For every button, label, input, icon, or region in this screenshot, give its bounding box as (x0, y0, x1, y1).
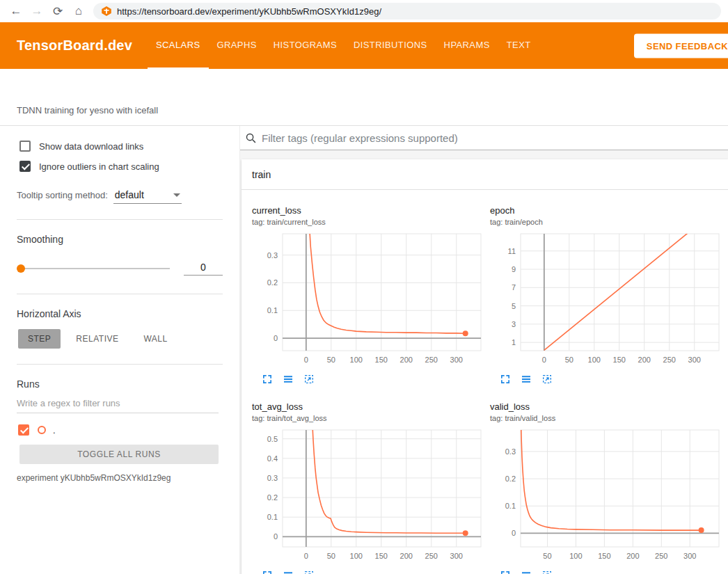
line-chart[interactable]: 0501001502002503001357911 (490, 230, 723, 369)
svg-text:7: 7 (512, 283, 516, 292)
svg-text:0: 0 (274, 334, 278, 342)
address-bar[interactable]: https://tensorboard.dev/experiment/yKUbh… (93, 3, 721, 19)
list-icon[interactable] (283, 374, 294, 385)
tab-distributions[interactable]: DISTRIBUTIONS (345, 22, 436, 69)
tab-graphs[interactable]: GRAPHS (209, 22, 265, 69)
svg-text:9: 9 (512, 265, 516, 273)
tab-text[interactable]: TEXT (498, 22, 539, 69)
svg-text:150: 150 (598, 552, 610, 560)
forward-icon[interactable]: → (26, 4, 47, 18)
svg-text:0.1: 0.1 (267, 513, 278, 521)
chart-title: current_loss (252, 205, 485, 216)
experiment-id-label: experiment yKUbhb5wRmOSXYkId1z9eg (17, 473, 239, 483)
reload-icon[interactable]: ⟳ (47, 4, 68, 19)
svg-text:0.1: 0.1 (267, 306, 278, 314)
svg-text:11: 11 (508, 247, 516, 255)
send-feedback-button[interactable]: SEND FEEDBACK (634, 33, 728, 58)
svg-text:0.5: 0.5 (267, 435, 278, 443)
tooltip-sorting-row: Tooltip sorting method: default (17, 189, 223, 204)
smoothing-value[interactable]: 0 (184, 262, 223, 276)
url-text[interactable]: https://tensorboard.dev/experiment/yKUbh… (117, 6, 381, 17)
expand-chart-icon[interactable] (500, 374, 511, 385)
run-color-swatch (38, 426, 46, 434)
run-list-item[interactable]: . (18, 424, 239, 436)
chart-actions (252, 570, 485, 574)
chart-title: epoch (490, 205, 723, 216)
group-title[interactable]: train (242, 159, 728, 190)
ignore-outliers-checkbox[interactable] (19, 161, 31, 172)
home-icon[interactable]: ⌂ (68, 4, 89, 18)
fit-domain-icon[interactable] (541, 570, 553, 574)
svg-text:100: 100 (350, 552, 363, 560)
toggle-all-runs-button[interactable]: TOGGLE ALL RUNS (19, 445, 219, 464)
ignore-outliers-row[interactable]: Ignore outliers in chart scaling (19, 161, 239, 172)
experiment-description: TDNN training for yesno with icefall (17, 105, 158, 115)
svg-text:150: 150 (375, 552, 388, 560)
svg-text:200: 200 (638, 356, 651, 364)
axis-step-button[interactable]: STEP (18, 329, 61, 349)
svg-text:200: 200 (400, 356, 413, 364)
list-icon[interactable] (521, 374, 532, 385)
show-download-links-row[interactable]: Show data download links (19, 141, 239, 152)
smoothing-slider[interactable] (17, 264, 170, 273)
smoothing-label: Smoothing (17, 234, 239, 245)
tab-histograms[interactable]: HISTOGRAMS (265, 22, 345, 69)
svg-text:200: 200 (400, 552, 413, 560)
chart-actions (490, 374, 723, 385)
svg-text:0.2: 0.2 (267, 493, 278, 502)
chart-card-epoch: epoch tag: train/epoch 05010015020025030… (490, 205, 723, 385)
ignore-outliers-label: Ignore outliers in chart scaling (39, 161, 159, 172)
show-download-links-checkbox[interactable] (19, 141, 31, 152)
svg-text:0: 0 (542, 356, 546, 364)
svg-text:50: 50 (327, 552, 335, 560)
list-icon[interactable] (521, 570, 532, 574)
chart-card-valid-loss: valid_loss tag: train/valid_loss 5010015… (490, 401, 723, 574)
line-chart[interactable]: 05010015020025030000.10.20.30.40.5 (252, 426, 485, 566)
run-checkbox[interactable] (18, 424, 29, 436)
svg-text:100: 100 (569, 552, 582, 560)
fit-domain-icon[interactable] (303, 374, 315, 385)
expand-chart-icon[interactable] (262, 374, 273, 385)
expand-chart-icon[interactable] (500, 570, 511, 574)
fit-domain-icon[interactable] (541, 374, 553, 385)
settings-sidebar: Show data download links Ignore outliers… (0, 126, 240, 574)
fit-domain-icon[interactable] (303, 570, 315, 574)
axis-wall-button[interactable]: WALL (134, 329, 177, 349)
main-panel: train current_loss tag: train/current_lo… (240, 126, 728, 574)
slider-thumb[interactable] (17, 264, 25, 273)
tab-scalars[interactable]: SCALARS (148, 22, 209, 69)
svg-text:0.3: 0.3 (267, 474, 278, 482)
list-icon[interactable] (283, 570, 294, 574)
tab-hparams[interactable]: HPARAMS (436, 22, 498, 69)
svg-text:150: 150 (613, 356, 626, 364)
axis-relative-button[interactable]: RELATIVE (66, 329, 128, 349)
svg-text:250: 250 (655, 552, 667, 560)
svg-text:0.4: 0.4 (267, 454, 278, 463)
app-header: TensorBoard.dev SCALARS GRAPHS HISTOGRAM… (0, 22, 728, 69)
expand-chart-icon[interactable] (262, 570, 273, 574)
svg-text:0.3: 0.3 (267, 251, 278, 260)
svg-text:200: 200 (626, 552, 639, 560)
svg-text:3: 3 (512, 320, 516, 328)
divider (17, 364, 223, 365)
tooltip-sorting-dropdown[interactable]: default (113, 189, 182, 204)
slider-rail (21, 268, 170, 269)
runs-filter-input[interactable] (17, 397, 219, 413)
brand-logo[interactable]: TensorBoard.dev (17, 38, 132, 54)
svg-text:250: 250 (425, 552, 438, 560)
content-area: Show data download links Ignore outliers… (0, 126, 728, 574)
line-chart[interactable]: 05010015020025030000.10.20.3 (252, 230, 485, 369)
tag-filter-bar (240, 126, 728, 150)
horizontal-axis-buttons: STEP RELATIVE WALL (18, 329, 239, 349)
svg-text:5: 5 (512, 302, 516, 310)
line-chart[interactable]: 5010015020025030000.10.20.3 (490, 426, 723, 566)
svg-text:0.2: 0.2 (505, 475, 516, 483)
svg-text:300: 300 (450, 552, 463, 560)
tooltip-sorting-label: Tooltip sorting method: (17, 190, 108, 200)
runs-label: Runs (17, 378, 239, 390)
svg-text:300: 300 (688, 356, 701, 364)
svg-text:50: 50 (543, 552, 551, 560)
back-icon[interactable]: ← (6, 4, 26, 18)
tag-filter-input[interactable] (262, 132, 728, 144)
tooltip-sorting-value: default (115, 189, 144, 200)
